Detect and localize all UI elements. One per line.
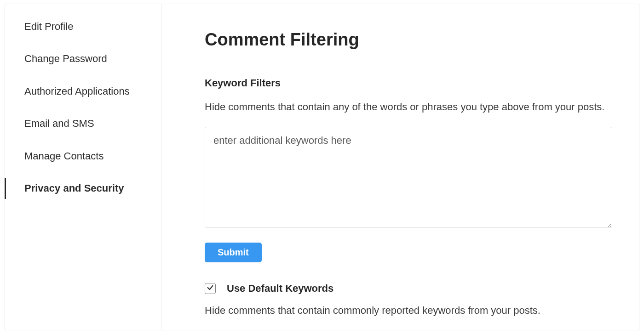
sidebar-item-label: Email and SMS	[24, 118, 94, 129]
sidebar-item-label: Privacy and Security	[24, 182, 124, 194]
settings-sidebar: Edit Profile Change Password Authorized …	[5, 4, 161, 330]
page-title: Comment Filtering	[205, 30, 616, 50]
sidebar-item-privacy-and-security[interactable]: Privacy and Security	[5, 172, 161, 204]
default-keywords-description: Hide comments that contain commonly repo…	[205, 305, 616, 317]
sidebar-item-edit-profile[interactable]: Edit Profile	[5, 11, 161, 43]
sidebar-item-change-password[interactable]: Change Password	[5, 43, 161, 75]
sidebar-item-label: Authorized Applications	[24, 85, 130, 97]
default-keywords-row: Use Default Keywords	[205, 283, 616, 294]
sidebar-item-authorized-applications[interactable]: Authorized Applications	[5, 75, 161, 108]
sidebar-item-email-and-sms[interactable]: Email and SMS	[5, 108, 161, 140]
sidebar-item-label: Edit Profile	[24, 21, 73, 32]
keyword-filters-description: Hide comments that contain any of the wo…	[205, 100, 616, 114]
default-keywords-label: Use Default Keywords	[227, 283, 334, 294]
main-content: Comment Filtering Keyword Filters Hide c…	[161, 4, 639, 330]
default-keywords-checkbox[interactable]	[205, 283, 216, 294]
settings-panel: Edit Profile Change Password Authorized …	[5, 4, 639, 330]
submit-button[interactable]: Submit	[205, 243, 262, 262]
sidebar-item-label: Manage Contacts	[24, 150, 104, 162]
sidebar-item-manage-contacts[interactable]: Manage Contacts	[5, 140, 161, 172]
sidebar-item-label: Change Password	[24, 53, 107, 64]
keyword-filters-heading: Keyword Filters	[205, 77, 616, 89]
keywords-input[interactable]	[205, 127, 612, 228]
check-icon	[207, 284, 214, 293]
